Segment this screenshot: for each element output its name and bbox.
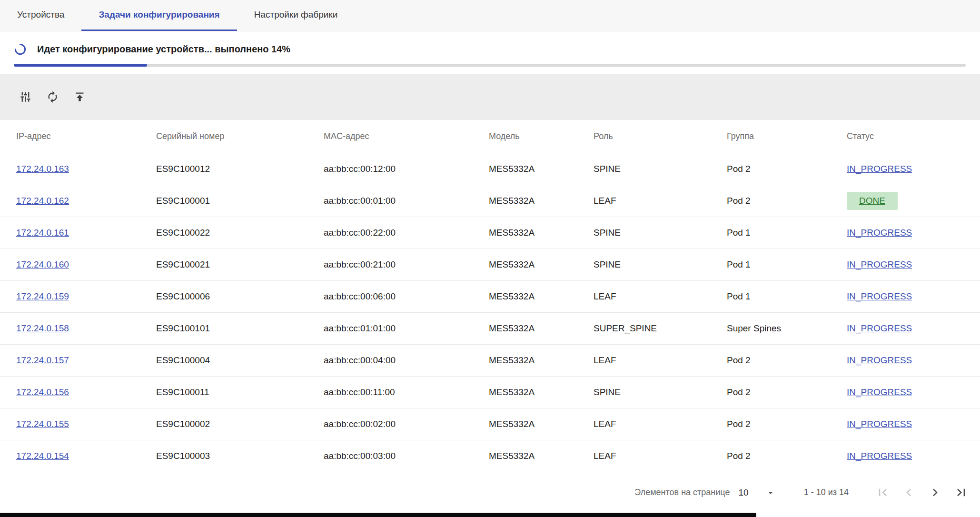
dropdown-caret-icon (765, 487, 776, 498)
progress-bar-track (14, 64, 966, 67)
serial-cell: ES9C100012 (156, 164, 324, 174)
status-link[interactable]: IN_PROGRESS (847, 451, 912, 461)
loading-spinner-icon (14, 43, 27, 56)
ip-link[interactable]: 172.24.0.159 (16, 291, 69, 301)
status-link[interactable]: IN_PROGRESS (847, 387, 912, 398)
ip-link[interactable]: 172.24.0.155 (16, 419, 69, 429)
status-link[interactable]: IN_PROGRESS (847, 323, 912, 334)
devices-table: IP-адрес Серийный номер MAC-адрес Модель… (0, 120, 980, 472)
model-cell: MES5332A (489, 355, 594, 366)
role-cell: LEAF (594, 355, 727, 366)
status-link[interactable]: IN_PROGRESS (847, 228, 912, 238)
last-page-button[interactable] (954, 485, 969, 500)
ip-link[interactable]: 172.24.0.157 (16, 355, 69, 365)
ip-link[interactable]: 172.24.0.156 (16, 387, 69, 397)
column-header-role: Роль (594, 131, 727, 141)
group-cell: Pod 2 (727, 164, 847, 174)
column-header-mac: MAC-адрес (324, 131, 489, 141)
mac-cell: aa:bb:cc:00:06:00 (324, 291, 489, 302)
role-cell: SPINE (594, 259, 727, 270)
status-link[interactable]: IN_PROGRESS (847, 355, 912, 366)
serial-cell: ES9C100021 (156, 259, 324, 270)
model-cell: MES5332A (489, 419, 594, 429)
upload-icon (73, 90, 86, 103)
model-cell: MES5332A (489, 228, 594, 238)
role-cell: SPINE (594, 387, 727, 398)
progress-message: Идет конфигурирование устройств... выпол… (37, 44, 290, 55)
model-cell: MES5332A (489, 164, 594, 174)
mac-cell: aa:bb:cc:00:21:00 (324, 259, 489, 270)
items-per-page-select[interactable]: 10 (739, 487, 776, 498)
model-cell: MES5332A (489, 196, 594, 206)
serial-cell: ES9C100001 (156, 196, 324, 206)
model-cell: MES5332A (489, 291, 594, 302)
chevron-right-icon (928, 485, 942, 500)
serial-cell: ES9C100002 (156, 419, 324, 429)
tab-devices[interactable]: Устройства (0, 0, 81, 31)
table-row: 172.24.0.158 ES9C100101 aa:bb:cc:01:01:0… (0, 313, 980, 345)
model-cell: MES5332A (489, 259, 594, 270)
status-link[interactable]: IN_PROGRESS (847, 259, 912, 270)
app-window: Устройства Задачи конфигурирования Настр… (0, 0, 980, 517)
group-cell: Pod 2 (727, 196, 847, 206)
role-cell: SUPER_SPINE (594, 323, 727, 334)
ip-link[interactable]: 172.24.0.154 (16, 451, 69, 461)
next-page-button[interactable] (928, 485, 942, 500)
items-per-page-value: 10 (739, 487, 749, 498)
column-header-serial: Серийный номер (156, 131, 324, 141)
serial-cell: ES9C100022 (156, 228, 324, 238)
status-link[interactable]: DONE (847, 192, 898, 210)
role-cell: LEAF (594, 291, 727, 302)
refresh-icon (46, 90, 59, 103)
role-cell: LEAF (594, 451, 727, 461)
serial-cell: ES9C100003 (156, 451, 324, 461)
status-link[interactable]: IN_PROGRESS (847, 291, 912, 302)
model-cell: MES5332A (489, 451, 594, 461)
first-page-button[interactable] (875, 485, 890, 500)
serial-cell: ES9C100004 (156, 355, 324, 366)
ip-link[interactable]: 172.24.0.162 (16, 196, 69, 206)
serial-cell: ES9C100101 (156, 323, 324, 334)
previous-page-button[interactable] (901, 485, 916, 500)
serial-cell: ES9C100011 (156, 387, 324, 398)
table-row: 172.24.0.159 ES9C100006 aa:bb:cc:00:06:0… (0, 281, 980, 313)
group-cell: Pod 2 (727, 355, 847, 366)
column-header-ip: IP-адрес (16, 131, 156, 141)
column-header-status: Статус (847, 131, 980, 141)
status-link[interactable]: IN_PROGRESS (847, 419, 912, 429)
group-cell: Pod 2 (727, 451, 847, 461)
tab-fabric-settings[interactable]: Настройки фабрики (237, 0, 355, 31)
mac-cell: aa:bb:cc:00:12:00 (324, 164, 489, 174)
bottom-dark-strip (0, 513, 756, 517)
role-cell: SPINE (594, 164, 727, 174)
mac-cell: aa:bb:cc:00:11:00 (324, 387, 489, 398)
group-cell: Pod 1 (727, 228, 847, 238)
table-row: 172.24.0.160 ES9C100021 aa:bb:cc:00:21:0… (0, 249, 980, 281)
table-row: 172.24.0.155 ES9C100002 aa:bb:cc:00:02:0… (0, 408, 980, 440)
upload-button[interactable] (73, 90, 86, 104)
model-cell: MES5332A (489, 387, 594, 398)
mac-cell: aa:bb:cc:01:01:00 (324, 323, 489, 334)
mac-cell: aa:bb:cc:00:02:00 (324, 419, 489, 429)
group-cell: Pod 2 (727, 387, 847, 398)
model-cell: MES5332A (489, 323, 594, 334)
tab-config-tasks[interactable]: Задачи конфигурирования (81, 0, 237, 31)
ip-link[interactable]: 172.24.0.163 (16, 164, 69, 174)
ip-link[interactable]: 172.24.0.160 (16, 259, 69, 269)
group-cell: Pod 1 (727, 291, 847, 302)
group-cell: Pod 1 (727, 259, 847, 270)
table-row: 172.24.0.157 ES9C100004 aa:bb:cc:00:04:0… (0, 345, 980, 377)
refresh-button[interactable] (46, 90, 59, 104)
first-page-icon (875, 485, 890, 500)
items-per-page-label: Элементов на странице (634, 487, 730, 497)
group-cell: Super Spines (727, 323, 847, 334)
column-header-group: Группа (727, 131, 847, 141)
toolbar (0, 74, 980, 120)
ip-link[interactable]: 172.24.0.161 (16, 228, 69, 238)
serial-cell: ES9C100006 (156, 291, 324, 302)
role-cell: SPINE (594, 228, 727, 238)
ip-link[interactable]: 172.24.0.158 (16, 323, 69, 333)
pagination-nav (875, 485, 969, 500)
filter-settings-button[interactable] (19, 90, 32, 104)
status-link[interactable]: IN_PROGRESS (847, 164, 912, 174)
